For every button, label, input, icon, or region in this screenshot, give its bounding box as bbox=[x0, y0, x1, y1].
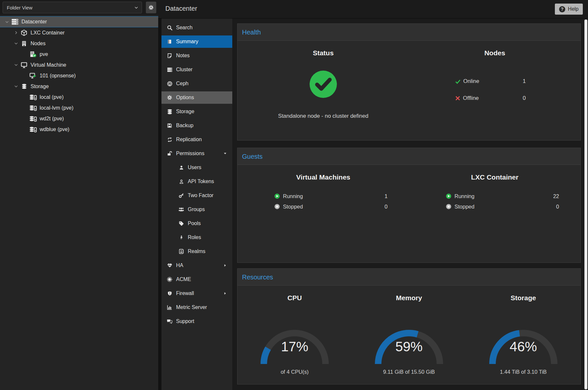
guest-status-label: Running bbox=[283, 193, 303, 199]
page-title: Datacenter bbox=[165, 5, 197, 12]
nav-item-roles[interactable]: Roles bbox=[161, 231, 232, 244]
nav-item-acme[interactable]: ACME bbox=[161, 273, 232, 286]
tree-item-wdblue-pve[interactable]: wdblue (pve) bbox=[0, 124, 158, 135]
guests-panel-title: Guests bbox=[237, 148, 581, 165]
nav-item-summary[interactable]: Summary bbox=[161, 35, 232, 48]
guests-column-lxc-container: LXC Container Running 22 Stopped 0 bbox=[409, 165, 581, 262]
nav-item-options[interactable]: Options bbox=[161, 91, 232, 104]
key-icon bbox=[178, 193, 185, 198]
nav-item-api-tokens[interactable]: API Tokens bbox=[161, 175, 232, 188]
unlock-icon bbox=[166, 151, 173, 156]
search-icon bbox=[166, 25, 173, 31]
nav-item-two-factor[interactable]: Two Factor bbox=[161, 189, 232, 202]
storage-usage-gauge: 46% 1.44 TiB of 3.10 TiB bbox=[486, 327, 561, 382]
acme-icon bbox=[166, 277, 173, 282]
nav-item-users[interactable]: Users bbox=[161, 161, 232, 174]
node-status-value: 0 bbox=[523, 93, 526, 104]
tree-item-storage[interactable]: Storage bbox=[0, 81, 158, 92]
chevron-down-icon[interactable] bbox=[13, 41, 19, 46]
tree-item-label: Datacenter bbox=[21, 19, 47, 25]
tree-item-local-pve[interactable]: local (pve) bbox=[0, 92, 158, 102]
nav-item-ceph[interactable]: Ceph bbox=[161, 77, 232, 90]
tree-item-datacenter[interactable]: Datacenter bbox=[0, 16, 158, 27]
nav-item-label: Replication bbox=[176, 137, 202, 142]
chevron-down-icon bbox=[134, 6, 138, 10]
tree-item-lxc-container[interactable]: LXC Container bbox=[0, 27, 158, 38]
question-icon: ? bbox=[559, 6, 565, 12]
nav-item-support[interactable]: Support bbox=[161, 315, 232, 328]
caret-down-icon bbox=[223, 152, 227, 155]
resource-heading: Storage bbox=[511, 294, 536, 302]
nav-item-pools[interactable]: Pools bbox=[161, 217, 232, 230]
nav-item-label: Groups bbox=[188, 207, 205, 212]
tree-item-label: LXC Container bbox=[31, 30, 65, 36]
tree-settings-button[interactable] bbox=[146, 2, 156, 13]
shield-icon bbox=[166, 291, 173, 296]
nav-item-notes[interactable]: Notes bbox=[161, 49, 232, 62]
nav-item-metric-server[interactable]: Metric Server bbox=[161, 301, 232, 314]
datacenter-icon bbox=[10, 19, 19, 25]
tree-item-virtual-machine[interactable]: Virtual Machine bbox=[0, 60, 158, 70]
guest-status-label: Stopped bbox=[283, 204, 303, 210]
caret-right-icon bbox=[223, 291, 227, 295]
gear-icon bbox=[148, 5, 154, 10]
tree-item-local-lvm-pve[interactable]: local-lvm (pve) bbox=[0, 102, 158, 113]
user-outline-icon bbox=[178, 179, 185, 184]
nav-item-search[interactable]: Search bbox=[161, 21, 232, 34]
tree-item-101-opnsense[interactable]: 101 (opnsense) bbox=[0, 70, 158, 81]
resource-column-storage: Storage 46% 1.44 TiB of 3.10 TiB bbox=[466, 286, 581, 384]
note-icon bbox=[166, 53, 173, 58]
nav-item-cluster[interactable]: Cluster bbox=[161, 63, 232, 76]
stopped-icon bbox=[274, 204, 280, 209]
tree-item-label: Nodes bbox=[31, 41, 45, 47]
nav-item-label: Options bbox=[176, 95, 194, 101]
online-check-icon bbox=[455, 79, 461, 84]
help-button[interactable]: ? Help bbox=[555, 4, 583, 15]
nav-item-label: Storage bbox=[176, 109, 194, 114]
nav-item-groups[interactable]: Groups bbox=[161, 203, 232, 216]
nav-item-label: Summary bbox=[176, 39, 198, 45]
nav-item-label: Ceph bbox=[176, 81, 188, 87]
main-content: Health Status Standalone node - no clust… bbox=[232, 19, 584, 390]
nodes-heading: Nodes bbox=[484, 49, 505, 57]
tree-item-wd2t-pve[interactable]: wd2t (pve) bbox=[0, 113, 158, 124]
chevron-down-icon[interactable] bbox=[13, 63, 19, 67]
offline-x-icon bbox=[455, 96, 460, 101]
nav-item-label: Backup bbox=[176, 123, 193, 128]
tree-item-label: pve bbox=[40, 51, 48, 57]
tree-item-label: wd2t (pve) bbox=[40, 116, 64, 122]
nav-item-ha[interactable]: HA bbox=[161, 259, 232, 272]
storage-item-icon bbox=[29, 115, 38, 122]
scrollbar-thumb[interactable] bbox=[584, 20, 587, 389]
chevron-down-icon[interactable] bbox=[4, 20, 10, 24]
view-mode-select[interactable]: Folder View bbox=[3, 2, 142, 13]
nav-item-storage[interactable]: Storage bbox=[161, 105, 232, 118]
tree-item-pve[interactable]: pve bbox=[0, 49, 158, 60]
caret-right-icon bbox=[223, 263, 227, 267]
tag-icon bbox=[178, 221, 185, 226]
guest-status-label: Running bbox=[454, 193, 474, 199]
nav-item-permissions[interactable]: Permissions bbox=[161, 147, 232, 160]
nav-item-firewall[interactable]: Firewall bbox=[161, 287, 232, 300]
guest-status-row-virtual-machines-stopped: Stopped 0 bbox=[237, 202, 409, 211]
book-icon bbox=[166, 39, 173, 44]
nav-item-replication[interactable]: Replication bbox=[161, 133, 232, 146]
gauge-percent-value: 17% bbox=[257, 339, 332, 355]
guest-status-row-virtual-machines-running: Running 1 bbox=[237, 192, 409, 201]
chevron-right-icon[interactable] bbox=[13, 31, 19, 35]
tree-item-label: local (pve) bbox=[40, 94, 64, 100]
nav-item-realms[interactable]: Realms bbox=[161, 245, 232, 258]
resources-panel: Resources CPU 17% of 4 CPU(s) Memory 59%… bbox=[237, 268, 581, 384]
nav-item-label: API Tokens bbox=[188, 179, 214, 184]
tree-item-nodes[interactable]: Nodes bbox=[0, 38, 158, 49]
nav-item-label: Support bbox=[176, 318, 194, 324]
chevron-down-icon[interactable] bbox=[13, 84, 19, 88]
building-icon bbox=[19, 40, 29, 47]
running-icon bbox=[274, 193, 280, 199]
nav-item-backup[interactable]: Backup bbox=[161, 119, 232, 132]
guest-status-value: 22 bbox=[516, 192, 559, 201]
guest-status-row-lxc-container-running: Running 22 bbox=[409, 192, 581, 201]
view-mode-value: Folder View bbox=[7, 5, 134, 10]
resource-tree: Datacenter LXC Container Nodes pve Virtu… bbox=[0, 15, 158, 390]
cluster-icon bbox=[166, 67, 173, 73]
